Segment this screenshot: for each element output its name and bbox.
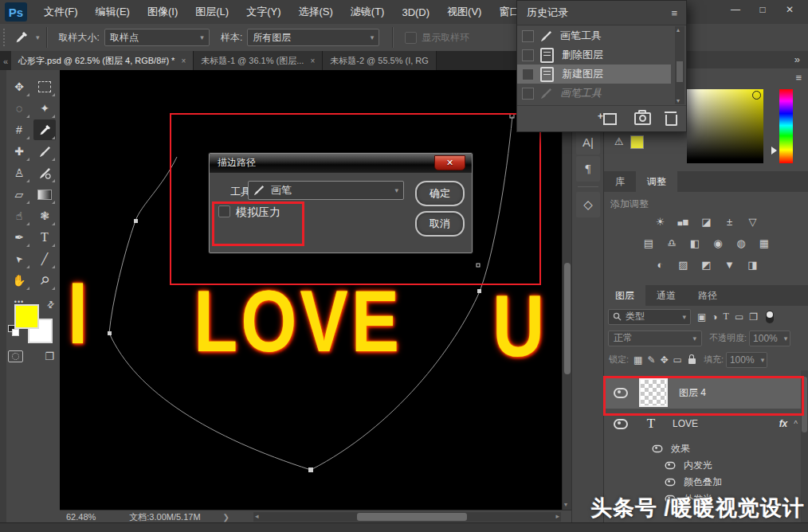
gradient-tool[interactable] (33, 184, 56, 205)
zoom-level[interactable]: 62.48% (66, 512, 96, 522)
minimize-button[interactable]: — (722, 0, 749, 19)
brush-tool[interactable] (33, 141, 56, 162)
cancel-button[interactable]: 取消 (415, 211, 465, 237)
color-marker[interactable] (752, 91, 761, 100)
filter-image-icon[interactable]: ▣ (697, 311, 706, 323)
curves-icon[interactable]: ◪ (699, 215, 715, 228)
marquee-tool[interactable] (33, 76, 56, 97)
magic-wand-tool[interactable]: ✦ (33, 98, 56, 119)
canvas-hscrollbar[interactable]: ◂ ▸ (253, 512, 561, 522)
history-source-checkbox[interactable] (522, 49, 534, 61)
paragraph-panel-button[interactable]: ¶ (576, 156, 600, 182)
history-source-checkbox[interactable] (522, 68, 534, 80)
vscroll-thumb[interactable] (564, 263, 571, 374)
pen-tool[interactable]: ✒ (8, 227, 30, 248)
sample-dropdown[interactable]: 所有图层 ▾ (247, 29, 379, 46)
foreground-color[interactable] (14, 304, 39, 329)
quick-mask-icon[interactable] (8, 350, 23, 362)
tab-library[interactable]: 库 (604, 171, 636, 192)
menu-view[interactable]: 视图(V) (438, 0, 490, 24)
new-snapshot-icon[interactable] (634, 112, 651, 125)
filter-toggle[interactable] (766, 311, 774, 323)
history-brush-tool[interactable] (33, 162, 56, 183)
tab-paths[interactable]: 路径 (687, 285, 728, 306)
smudge-tool[interactable]: ☝ (8, 205, 30, 226)
lock-artboard-icon[interactable]: ▭ (673, 354, 682, 366)
hscroll-thumb[interactable] (357, 513, 467, 521)
menu-type[interactable]: 文字(Y) (237, 0, 289, 24)
tool-preset-arrow[interactable]: ▾ (29, 33, 40, 41)
effect-row-color-overlay[interactable]: 颜色叠加 (604, 474, 802, 491)
history-item-delete-layer[interactable]: 删除图层 (517, 45, 671, 65)
history-title-bar[interactable]: 历史记录 ≡ (517, 1, 686, 25)
brightness-contrast-icon[interactable]: ☀ (653, 215, 669, 228)
history-item-brush1[interactable]: 画笔工具 (517, 26, 671, 45)
history-source-checkbox[interactable] (522, 88, 534, 100)
type-tool[interactable]: T (33, 227, 56, 248)
stroke-tool-dropdown[interactable]: 画笔 ▾ (248, 181, 404, 200)
tab-close-icon[interactable]: × (181, 57, 186, 65)
posterize-icon[interactable]: ▨ (676, 258, 692, 271)
clone-stamp-tool[interactable]: ♙ (8, 162, 30, 183)
color-field[interactable] (687, 89, 763, 163)
lock-pixels-icon[interactable]: ✎ (647, 354, 655, 366)
doc-tab-untitled2[interactable]: 未标题-2 @ 55.5% (I, RG (323, 51, 437, 70)
dialog-title-bar[interactable]: 描边路径 ✕ (210, 154, 472, 172)
line-tool[interactable]: ╱ (33, 248, 56, 269)
menu-file[interactable]: 文件(F) (35, 0, 87, 24)
close-button[interactable]: ✕ (776, 0, 803, 19)
scroll-left-icon[interactable]: ◂ (255, 512, 259, 520)
tab-layers[interactable]: 图层 (604, 285, 645, 306)
eye-icon[interactable] (653, 445, 663, 452)
scroll-up-icon[interactable]: ▴ (677, 26, 680, 33)
eye-icon[interactable] (665, 462, 676, 469)
lock-transparent-icon[interactable]: ▦ (633, 354, 642, 366)
fill-dropdown[interactable]: 100% ▾ (726, 352, 767, 368)
photo-filter-icon[interactable]: ◉ (710, 237, 726, 249)
dialog-close-button[interactable]: ✕ (434, 155, 465, 170)
menu-3d[interactable]: 3D(D) (393, 0, 438, 24)
tab-close-icon[interactable]: × (310, 57, 315, 65)
color-balance-icon[interactable]: ♎ (664, 237, 680, 249)
lasso-tool[interactable]: ◌ (8, 98, 30, 119)
vibrance-icon[interactable]: ▽ (745, 215, 761, 228)
history-scrollbar[interactable]: ▴ ▾ (675, 26, 684, 104)
menu-filter[interactable]: 滤镜(T) (342, 0, 394, 24)
hue-slider-icon[interactable] (771, 147, 777, 155)
history-item-brush2[interactable]: 画笔工具 (517, 84, 671, 103)
collapse-dock-icon[interactable]: » (794, 53, 799, 65)
doc-tab-heart[interactable]: 心形字.psd @ 62.5% (图层 4, RGB/8#) * × (11, 51, 194, 70)
love-layer-name[interactable]: LOVE (673, 418, 698, 429)
black-white-icon[interactable]: ◧ (687, 237, 703, 249)
gamut-swatch[interactable] (630, 135, 644, 149)
path-selection-tool[interactable]: ➤ (8, 248, 30, 269)
lock-position-icon[interactable]: ✥ (660, 354, 668, 366)
menu-edit[interactable]: 编辑(E) (87, 0, 139, 24)
character-panel-button[interactable]: A| (576, 129, 600, 155)
filter-shape-icon[interactable]: ▭ (735, 311, 743, 323)
fx-badge[interactable]: fx (779, 418, 788, 429)
panel-menu-icon[interactable]: ≡ (671, 7, 677, 19)
sponge-tool[interactable]: ❃ (33, 205, 56, 226)
color-lookup-icon[interactable]: ▦ (756, 237, 772, 249)
threshold-icon[interactable]: ◩ (699, 258, 715, 271)
selective-color-icon[interactable]: ◨ (745, 258, 761, 271)
history-scroll-thumb[interactable] (677, 61, 683, 82)
3d-panel-button[interactable]: ◇ (576, 192, 600, 217)
maximize-button[interactable]: □ (749, 0, 776, 19)
eyedropper-tool[interactable] (33, 119, 56, 140)
gradient-map-icon[interactable]: ▼ (722, 258, 738, 271)
sample-size-dropdown[interactable]: 取样点 ▾ (104, 29, 210, 46)
collapse-effects-icon[interactable]: ^ (794, 420, 798, 428)
delete-state-icon[interactable] (665, 115, 677, 126)
lock-all-icon[interactable] (688, 358, 696, 364)
screen-mode-icon[interactable]: ❐ (45, 350, 54, 362)
history-item-new-layer[interactable]: 新建图层 (517, 65, 671, 84)
filter-kind-dropdown[interactable]: 类型 ▾ (608, 309, 691, 325)
tab-adjustments[interactable]: 调整 (636, 171, 677, 192)
hand-tool[interactable]: ✋ (8, 270, 30, 291)
filter-type-icon[interactable]: T (724, 311, 729, 323)
healing-brush-tool[interactable]: ✚ (8, 141, 30, 162)
show-ring-checkbox[interactable] (405, 32, 417, 44)
menu-image[interactable]: 图像(I) (139, 0, 186, 24)
